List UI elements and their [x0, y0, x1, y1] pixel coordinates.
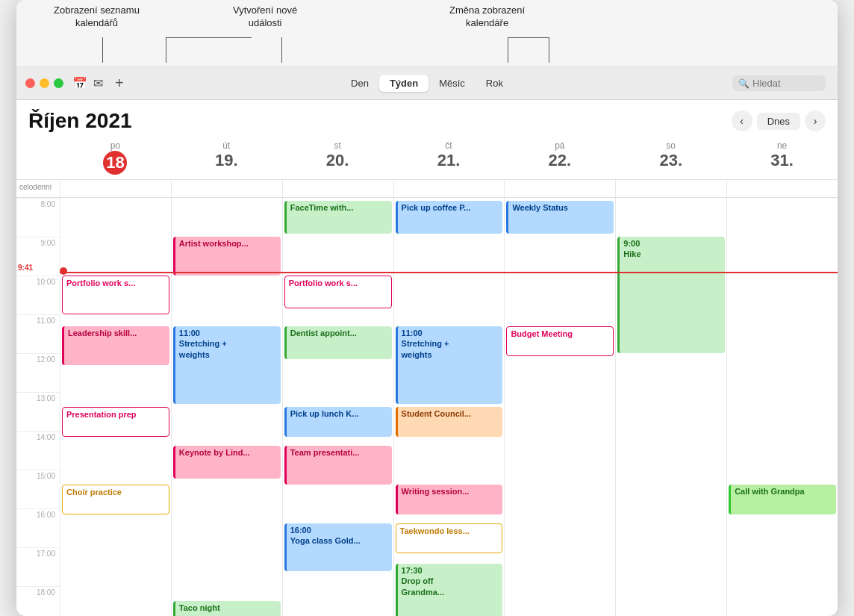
day-col-5: 9:00Hike 19:00 — [615, 198, 726, 616]
event-portfolio-po[interactable]: Portfolio work s... — [62, 276, 169, 314]
time-16: 16:00 — [16, 508, 60, 547]
event-taekwondo-ct[interactable]: Taekwondo less... — [396, 523, 503, 553]
minimize-button[interactable] — [40, 78, 49, 88]
event-budget-pa[interactable]: Budget Meeting — [506, 326, 614, 356]
tab-mesic[interactable]: Měsíc — [428, 75, 476, 92]
day-col-6: Call with Grandpa 19:00 — [726, 198, 838, 616]
day-col-2: FaceTime with... Portfolio work s... Den… — [282, 198, 393, 616]
time-13: 13:00 — [16, 392, 60, 431]
today-button[interactable]: Dnes — [757, 113, 800, 130]
day-header-0: po 18 — [60, 139, 171, 176]
line3 — [281, 37, 282, 63]
time-18: 18:00 — [16, 586, 60, 616]
time-11: 11:00 — [16, 314, 60, 353]
search-input[interactable] — [752, 78, 820, 89]
add-event-button[interactable]: + — [115, 75, 124, 92]
allday-col-6 — [726, 180, 838, 197]
event-presentation-po[interactable]: Presentation prep — [62, 407, 169, 437]
day-header-4: pá 22. — [504, 139, 615, 176]
day-col-4: Weekly Status Budget Meeting — [504, 198, 615, 616]
line4h — [508, 37, 549, 38]
time-10: 10:00 — [16, 276, 60, 314]
close-button[interactable] — [25, 78, 35, 88]
event-yoga-st[interactable]: 16:00Yoga class Gold... — [284, 523, 392, 571]
tab-den[interactable]: Den — [340, 75, 379, 92]
next-week-button[interactable]: › — [805, 111, 826, 131]
allday-label: celodenní — [16, 180, 60, 197]
current-time-dot — [60, 267, 67, 275]
annotation-new-event: Vytvoření novéudálosti — [233, 4, 297, 30]
line4 — [508, 37, 508, 63]
annotation-view-change: Změna zobrazeníkalendáře — [449, 4, 525, 30]
line5 — [549, 37, 549, 63]
event-artist-ut[interactable]: Artist workshop... — [173, 237, 281, 276]
fullscreen-button[interactable] — [54, 78, 63, 88]
annotations-area: Zobrazení seznamukalendářů Vytvoření nov… — [16, 0, 838, 67]
event-keynote-ut[interactable]: Keynote by Lind... — [173, 446, 281, 479]
inbox-icon[interactable]: ✉ — [93, 76, 103, 90]
calendar-navigation: ‹ Dnes › — [732, 111, 826, 131]
line2 — [166, 37, 166, 63]
event-hike-so[interactable]: 9:00Hike — [617, 237, 725, 353]
event-choir-po[interactable]: Choir practice — [62, 485, 169, 514]
day-col-3: Pick up coffee P... 11:00Stretching +wei… — [393, 198, 505, 616]
calendar-list-icon[interactable]: 📅 — [72, 76, 87, 90]
event-grandpa-ne[interactable]: Call with Grandpa — [729, 485, 836, 514]
time-grid: 8:00 9:00 10:00 11:00 12:00 13:00 14:00 … — [16, 198, 838, 616]
calendar-window: Zobrazení seznamukalendářů Vytvoření nov… — [16, 0, 838, 616]
event-writing-ct[interactable]: Writing session... — [396, 485, 503, 514]
time-15: 15:00 — [16, 470, 60, 508]
current-time-label: 9:41 — [18, 264, 33, 272]
month-year-title: Říjen 2021 — [28, 109, 132, 133]
tab-rok[interactable]: Rok — [476, 75, 514, 92]
allday-col-1 — [171, 180, 282, 197]
day-header-5: so 23. — [615, 139, 726, 176]
search-bar[interactable]: 🔍 — [732, 75, 826, 91]
day-header-2: st 20. — [282, 139, 393, 176]
search-icon: 🔍 — [738, 78, 749, 89]
view-tabs: Den Týden Měsíc Rok — [340, 75, 514, 92]
event-dentist-st[interactable]: Dentist appoint... — [284, 326, 392, 359]
current-time-line — [60, 272, 838, 273]
time-8: 8:00 — [16, 198, 60, 237]
day-headers-row: po 18 út 19. st 20. čt 21. pá 22. so 23.… — [16, 139, 838, 180]
event-taco-ut[interactable]: Taco night — [173, 601, 281, 616]
event-council-ct[interactable]: Student Council... — [396, 407, 503, 437]
time-14: 14:00 — [16, 431, 60, 470]
day-header-6: ne 31. — [726, 139, 838, 176]
event-stretching-ut[interactable]: 11:00Stretching +weights — [173, 326, 281, 404]
line2h — [166, 37, 252, 38]
allday-col-2 — [282, 180, 393, 197]
line1 — [102, 37, 103, 63]
event-dropoff-ct[interactable]: 17:30Drop offGrandma... — [396, 564, 503, 616]
allday-col-0 — [60, 180, 171, 197]
allday-col-5 — [615, 180, 726, 197]
time-17: 17:00 — [16, 547, 60, 586]
allday-row: celodenní — [16, 180, 838, 198]
event-leadership-po[interactable]: Leadership skill... — [62, 326, 169, 365]
time-grid-container: 8:00 9:00 10:00 11:00 12:00 13:00 14:00 … — [16, 198, 838, 616]
day-col-0: Portfolio work s... Leadership skill... … — [60, 198, 171, 616]
event-coffee-ct[interactable]: Pick up coffee P... — [396, 201, 503, 234]
traffic-lights — [25, 78, 63, 88]
tab-tyden[interactable]: Týden — [379, 75, 428, 92]
time-labels: 8:00 9:00 10:00 11:00 12:00 13:00 14:00 … — [16, 198, 60, 616]
allday-col-3 — [393, 180, 505, 197]
toolbar-icons: 📅 ✉ — [72, 76, 103, 90]
annotation-calendars: Zobrazení seznamukalendářů — [54, 4, 140, 30]
day-header-3: čt 21. — [393, 139, 505, 176]
event-lunch-st[interactable]: Pick up lunch K... — [284, 407, 392, 437]
event-weekly-pa[interactable]: Weekly Status — [506, 201, 614, 234]
time-12: 12:00 — [16, 353, 60, 392]
event-team-st[interactable]: Team presentati... — [284, 446, 392, 485]
day-header-1: út 19. — [171, 139, 282, 176]
event-facetime-st[interactable]: FaceTime with... — [284, 201, 392, 234]
allday-col-4 — [504, 180, 615, 197]
event-portfolio-st[interactable]: Portfolio work s... — [284, 276, 392, 308]
event-stretching-ct[interactable]: 11:00Stretching +weights — [396, 326, 503, 404]
day-col-1: Artist workshop... 11:00Stretching +weig… — [171, 198, 282, 616]
calendar-header: Říjen 2021 ‹ Dnes › — [16, 100, 838, 139]
titlebar: 📅 ✉ + Den Týden Měsíc Rok 🔍 — [16, 67, 838, 100]
prev-week-button[interactable]: ‹ — [732, 111, 752, 131]
